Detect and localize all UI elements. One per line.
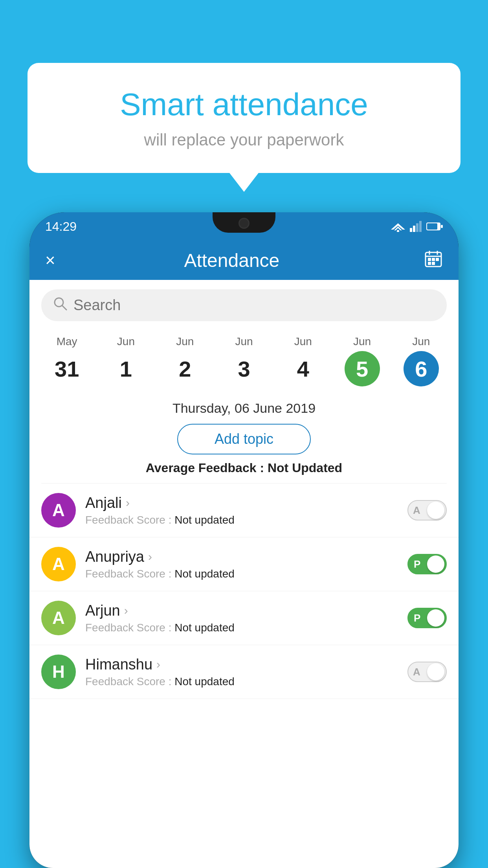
student-feedback: Feedback Score : Not updated	[85, 622, 398, 634]
avg-feedback-value: Not Updated	[268, 461, 342, 475]
date-day[interactable]: 5	[345, 351, 380, 386]
date-scroll: May31Jun1Jun2Jun3Jun4Jun5Jun6	[29, 327, 459, 394]
date-item[interactable]: Jun6	[392, 331, 451, 390]
avatar: H	[41, 655, 76, 689]
app-bar: × Attendance	[29, 241, 459, 280]
attendance-toggle[interactable]: A	[407, 500, 447, 520]
date-item[interactable]: Jun5	[332, 331, 391, 390]
feedback-value: Not updated	[174, 622, 235, 634]
svg-rect-6	[419, 221, 422, 232]
search-input[interactable]	[73, 297, 435, 314]
student-feedback: Feedback Score : Not updated	[85, 514, 398, 526]
camera	[238, 218, 250, 229]
toggle-knob	[427, 555, 444, 573]
student-feedback: Feedback Score : Not updated	[85, 675, 398, 688]
student-name: Arjun ›	[85, 602, 398, 619]
feedback-value: Not updated	[174, 568, 235, 580]
phone-frame: 14:29 × Attendance	[29, 212, 459, 868]
svg-line-20	[62, 305, 66, 310]
svg-rect-3	[410, 228, 412, 232]
attendance-toggle[interactable]: P	[407, 554, 447, 574]
date-month: Jun	[117, 335, 135, 348]
date-day[interactable]: 31	[49, 351, 84, 386]
status-icons	[391, 221, 443, 232]
svg-point-2	[397, 230, 399, 232]
toggle-wrap[interactable]: A	[407, 500, 447, 520]
toggle-wrap[interactable]: P	[407, 608, 447, 628]
student-item[interactable]: HHimanshu ›Feedback Score : Not updatedA	[29, 645, 459, 699]
date-day[interactable]: 1	[108, 351, 143, 386]
svg-rect-4	[413, 226, 415, 232]
student-info: Anupriya ›Feedback Score : Not updated	[85, 548, 398, 580]
toggle-wrap[interactable]: A	[407, 662, 447, 682]
toggle-wrap[interactable]: P	[407, 554, 447, 574]
chevron-icon: ›	[124, 604, 128, 617]
date-day[interactable]: 6	[404, 351, 439, 386]
svg-rect-14	[428, 258, 431, 261]
attendance-toggle[interactable]: A	[407, 662, 447, 682]
search-bar[interactable]	[41, 289, 447, 321]
wifi-icon	[391, 221, 405, 232]
avatar: A	[41, 601, 76, 635]
speech-bubble: Smart attendance will replace your paper…	[28, 63, 460, 173]
svg-rect-5	[416, 223, 418, 232]
feedback-value: Not updated	[174, 675, 235, 688]
selected-date-label: Thursday, 06 June 2019	[29, 394, 459, 420]
svg-rect-9	[441, 225, 443, 228]
student-name: Himanshu ›	[85, 656, 398, 673]
toggle-label: A	[413, 666, 420, 678]
student-info: Himanshu ›Feedback Score : Not updated	[85, 656, 398, 688]
subline: will replace your paperwork	[59, 131, 429, 149]
avg-feedback: Average Feedback : Not Updated	[29, 461, 459, 475]
date-item[interactable]: Jun2	[156, 331, 215, 390]
svg-rect-8	[427, 223, 437, 230]
student-feedback: Feedback Score : Not updated	[85, 568, 398, 580]
chevron-icon: ›	[148, 550, 152, 563]
svg-rect-18	[432, 262, 435, 265]
toggle-knob	[427, 663, 444, 680]
signal-icon	[410, 221, 422, 232]
student-name: Anupriya ›	[85, 548, 398, 565]
toggle-label: P	[414, 558, 420, 570]
student-name: Anjali ›	[85, 495, 398, 511]
chevron-icon: ›	[126, 496, 130, 509]
student-item[interactable]: AAnjali ›Feedback Score : Not updatedA	[29, 484, 459, 537]
avatar: A	[41, 493, 76, 528]
svg-rect-17	[428, 262, 431, 265]
date-item[interactable]: Jun1	[96, 331, 155, 390]
date-month: May	[57, 335, 77, 348]
toggle-knob	[427, 609, 444, 627]
svg-rect-16	[436, 258, 439, 261]
student-info: Anjali ›Feedback Score : Not updated	[85, 495, 398, 526]
student-info: Arjun ›Feedback Score : Not updated	[85, 602, 398, 634]
student-item[interactable]: AArjun ›Feedback Score : Not updatedP	[29, 591, 459, 645]
toggle-label: P	[414, 612, 420, 624]
date-month: Jun	[176, 335, 194, 348]
date-item[interactable]: May31	[37, 331, 96, 390]
toggle-label: A	[413, 504, 420, 517]
calendar-button[interactable]	[424, 249, 443, 272]
svg-rect-15	[432, 258, 435, 261]
battery-icon	[426, 222, 443, 231]
avatar: A	[41, 547, 76, 581]
toggle-knob	[427, 502, 444, 519]
date-day[interactable]: 2	[167, 351, 203, 386]
date-item[interactable]: Jun4	[273, 331, 332, 390]
phone-notch	[213, 212, 275, 233]
attendance-toggle[interactable]: P	[407, 608, 447, 628]
app-bar-title: Attendance	[40, 250, 424, 271]
date-month: Jun	[412, 335, 430, 348]
screen-content: May31Jun1Jun2Jun3Jun4Jun5Jun6 Thursday, …	[29, 280, 459, 868]
chevron-icon: ›	[156, 658, 160, 671]
date-day[interactable]: 4	[285, 351, 321, 386]
date-month: Jun	[353, 335, 371, 348]
date-item[interactable]: Jun3	[215, 331, 273, 390]
search-icon	[53, 296, 67, 314]
student-list: AAnjali ›Feedback Score : Not updatedAAA…	[29, 484, 459, 699]
add-topic-button[interactable]: Add topic	[177, 424, 311, 454]
date-day[interactable]: 3	[226, 351, 262, 386]
student-item[interactable]: AAnupriya ›Feedback Score : Not updatedP	[29, 537, 459, 591]
date-month: Jun	[294, 335, 312, 348]
avg-feedback-label: Average Feedback :	[146, 461, 264, 475]
speech-bubble-container: Smart attendance will replace your paper…	[28, 63, 460, 173]
